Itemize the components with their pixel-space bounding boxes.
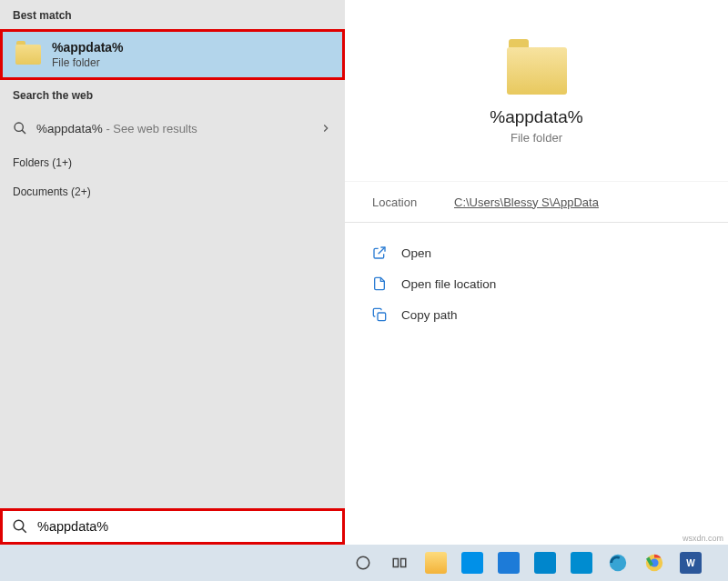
location-row[interactable]: Location C:\Users\Blessy S\AppData (345, 181, 728, 223)
taskbar-edge[interactable] (600, 545, 636, 581)
svg-point-3 (14, 520, 24, 530)
best-match-header: Best match (0, 0, 345, 29)
action-copy-path[interactable]: Copy path (372, 299, 701, 330)
location-value: C:\Users\Blessy S\AppData (454, 195, 599, 209)
web-result-suffix: - See web results (103, 122, 197, 135)
app-icon (571, 552, 592, 574)
taskbar: W (0, 545, 728, 581)
best-match-subtitle: File folder (52, 56, 124, 69)
preview-panel: %appdata% File folder Location C:\Users\… (345, 0, 728, 545)
web-result-term: %appdata% (36, 122, 103, 135)
svg-point-5 (357, 556, 369, 569)
search-icon (13, 121, 27, 135)
location-label: Location (372, 195, 454, 209)
mail-icon (461, 552, 483, 574)
documents-header[interactable]: Documents (2+) (0, 176, 345, 205)
svg-rect-7 (401, 559, 406, 567)
preview-subtitle: File folder (345, 131, 728, 145)
taskbar-store[interactable] (527, 545, 563, 581)
svg-point-0 (15, 123, 23, 131)
search-box[interactable] (0, 508, 345, 545)
chrome-icon (643, 552, 665, 574)
search-input[interactable] (37, 519, 333, 534)
svg-line-1 (22, 130, 25, 134)
task-view-icon (391, 555, 408, 571)
word-icon: W (680, 552, 702, 574)
web-result-text: %appdata% - See web results (36, 122, 197, 135)
search-icon (12, 518, 28, 535)
folder-icon (15, 45, 41, 65)
preview-title: %appdata% (345, 107, 728, 127)
svg-rect-2 (378, 313, 386, 321)
copy-icon (372, 307, 387, 322)
action-open[interactable]: Open (372, 237, 701, 268)
file-explorer-icon (425, 552, 447, 574)
taskbar-chrome[interactable] (636, 545, 672, 581)
action-copy-path-label: Copy path (401, 308, 458, 322)
folder-icon (507, 47, 567, 95)
watermark: wsxdn.com (682, 534, 723, 543)
open-icon (372, 245, 387, 260)
best-match-text: %appdata% File folder (52, 40, 124, 69)
cortana-icon (355, 555, 371, 571)
action-open-label: Open (401, 246, 431, 260)
action-open-location-label: Open file location (401, 277, 496, 291)
actions-list: Open Open file location Copy path (345, 223, 728, 345)
best-match-title: %appdata% (52, 40, 124, 55)
search-web-header: Search the web (0, 80, 345, 109)
file-location-icon (372, 276, 387, 291)
taskbar-file-explorer[interactable] (418, 545, 454, 581)
search-results-panel: Best match %appdata% File folder Search … (0, 0, 345, 545)
taskbar-word[interactable]: W (672, 545, 709, 581)
taskbar-app-1[interactable] (490, 545, 527, 581)
taskbar-cortana[interactable] (345, 545, 381, 581)
web-search-result[interactable]: %appdata% - See web results (0, 109, 345, 147)
best-match-result[interactable]: %appdata% File folder (0, 29, 345, 80)
action-open-location[interactable]: Open file location (372, 268, 701, 299)
chevron-right-icon (319, 122, 332, 135)
taskbar-task-view[interactable] (381, 545, 418, 581)
svg-rect-6 (393, 559, 398, 567)
svg-line-4 (22, 528, 26, 533)
app-icon (498, 552, 520, 574)
taskbar-mail[interactable] (454, 545, 490, 581)
taskbar-app-2[interactable] (563, 545, 600, 581)
store-icon (534, 552, 556, 574)
edge-icon (607, 552, 629, 574)
folders-header[interactable]: Folders (1+) (0, 147, 345, 176)
preview-header: %appdata% File folder (345, 47, 728, 145)
